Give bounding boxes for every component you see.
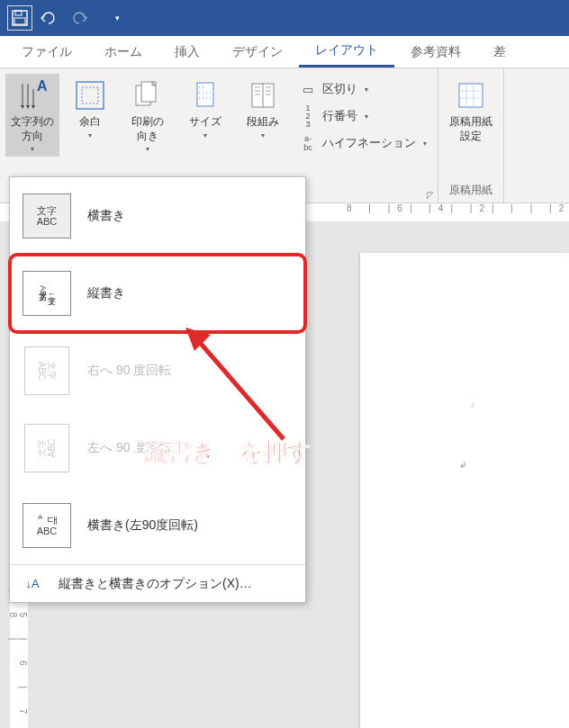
svg-rect-1 <box>15 11 22 15</box>
hyphenation-button[interactable]: a-bc ハイフネーション ▾ <box>299 131 427 155</box>
genkoyoshi-button[interactable]: 原稿用紙 設定 <box>444 74 498 147</box>
dropdown-item-label: 横書き <box>87 208 125 224</box>
cursor-mark: 」 <box>470 397 479 409</box>
dropdown-arrow-icon: ▾ <box>31 145 34 153</box>
tab-references[interactable]: 参考資料 <box>394 36 477 67</box>
genkou-group-label: 原稿用紙 <box>438 183 503 202</box>
breaks-button[interactable]: ▭ 区切り ▾ <box>299 77 427 101</box>
text-direction-dropdown: 文字 ABC 横書き 文字 ↓文字ABC 縦書き 文字ABC 右へ 90 度回転… <box>9 176 306 603</box>
tab-layout[interactable]: レイアウト <box>299 36 394 67</box>
para-mark: ↲ <box>459 460 466 470</box>
line-numbers-label: 行番号 <box>322 108 357 124</box>
columns-button[interactable]: 段組み ▾ <box>236 74 290 143</box>
dropdown-arrow-icon: ▾ <box>365 112 368 121</box>
margins-label: 余白 <box>79 115 101 130</box>
ribbon-tabs: ファイル ホーム 挿入 デザイン レイアウト 参考資料 差 <box>0 36 569 68</box>
thumb-horizontal: 文字 ABC <box>23 193 71 238</box>
genkoyoshi-label: 原稿用紙 設定 <box>449 115 492 143</box>
tab-diff[interactable]: 差 <box>477 36 522 67</box>
dropdown-item-rotate-left: 文字ABC 左へ 90 度回転 <box>10 409 305 487</box>
dropdown-item-horizontal-rotated[interactable]: ᄎ대 ABC 横書き(左90度回転) <box>10 487 305 564</box>
dropdown-arrow-icon: ▾ <box>423 139 427 148</box>
ribbon-group-genkou: 原稿用紙 設定 原稿用紙 <box>438 68 504 202</box>
redo-icon[interactable] <box>68 11 90 25</box>
dropdown-item-label: 横書き(左90度回転) <box>87 517 198 534</box>
dropdown-item-horizontal[interactable]: 文字 ABC 横書き <box>10 177 305 255</box>
tab-insert[interactable]: 挿入 <box>158 36 216 67</box>
dropdown-item-vertical[interactable]: 文字 ↓文字ABC 縦書き <box>10 255 305 332</box>
size-button[interactable]: サイズ ▾ <box>178 74 232 143</box>
dropdown-item-label: 縦書き <box>87 285 125 301</box>
thumb-vertical: 文字 ↓文字ABC <box>23 271 71 316</box>
dropdown-arrow-icon: ▾ <box>146 145 149 153</box>
text-direction-label: 文字列の 方向 <box>11 115 54 143</box>
dropdown-item-rotate-right: 文字ABC 右へ 90 度回転 <box>10 332 305 409</box>
dropdown-item-options[interactable]: ↓A 縦書きと横書きのオプション(X)… <box>10 564 305 602</box>
dialog-launcher-icon[interactable]: ◸ <box>427 190 434 200</box>
thumb-horizontal-rotated: ᄎ대 ABC <box>23 503 71 548</box>
save-icon[interactable] <box>7 5 32 31</box>
svg-rect-8 <box>197 83 213 106</box>
text-direction-button[interactable]: A 文字列の 方向 ▾ <box>5 74 59 157</box>
margins-button[interactable]: 余白 ▾ <box>63 74 117 143</box>
dropdown-arrow-icon: ▾ <box>88 131 92 139</box>
thumb-rotate-right: 文字ABC <box>24 346 69 395</box>
text-direction-icon: A <box>14 77 50 113</box>
dropdown-item-label: 右へ 90 度回転 <box>87 363 171 379</box>
orientation-button[interactable]: 印刷の 向き ▾ <box>121 74 175 157</box>
hyphenation-icon: a-bc <box>299 134 317 152</box>
breaks-group: ▭ 区切り ▾ 123 行番号 ▾ a-bc ハイフネーション ▾ <box>294 74 432 155</box>
columns-label: 段組み <box>247 115 279 130</box>
size-icon <box>187 77 223 113</box>
orientation-icon <box>130 77 166 113</box>
tab-home[interactable]: ホーム <box>88 36 158 67</box>
svg-rect-11 <box>459 84 483 107</box>
dropdown-arrow-icon: ▾ <box>203 131 207 139</box>
columns-icon <box>245 77 281 113</box>
vertical-ruler: | 5 | 6 | 7 | 8 | <box>10 589 28 728</box>
options-icon: ↓A <box>23 577 42 590</box>
dropdown-arrow-icon: ▾ <box>365 85 368 94</box>
thumb-rotate-left: 文字ABC <box>24 424 69 472</box>
page[interactable]: 」 ↲ <box>360 253 569 728</box>
tab-design[interactable]: デザイン <box>216 36 299 67</box>
line-numbers-button[interactable]: 123 行番号 ▾ <box>299 104 427 128</box>
svg-rect-2 <box>14 18 25 24</box>
margins-icon <box>72 77 108 113</box>
undo-icon[interactable] <box>40 11 61 25</box>
tab-file[interactable]: ファイル <box>5 36 88 67</box>
qat-customize-icon[interactable]: ▾ <box>115 13 126 22</box>
svg-text:A: A <box>37 78 48 94</box>
dropdown-item-label: 縦書きと横書きのオプション(X)… <box>59 576 252 592</box>
orientation-label: 印刷の 向き <box>131 115 164 143</box>
breaks-icon: ▭ <box>299 83 317 96</box>
dropdown-item-label: 左へ 90 度回転 <box>87 440 171 456</box>
line-numbers-icon: 123 <box>299 104 317 129</box>
svg-rect-5 <box>82 87 98 103</box>
hyphenation-label: ハイフネーション <box>322 135 416 151</box>
svg-rect-4 <box>77 82 104 109</box>
dropdown-arrow-icon: ▾ <box>261 131 265 139</box>
size-label: サイズ <box>189 115 221 130</box>
breaks-label: 区切り <box>322 81 357 97</box>
titlebar: ▾ <box>0 0 569 36</box>
genkoyoshi-icon <box>453 77 489 113</box>
